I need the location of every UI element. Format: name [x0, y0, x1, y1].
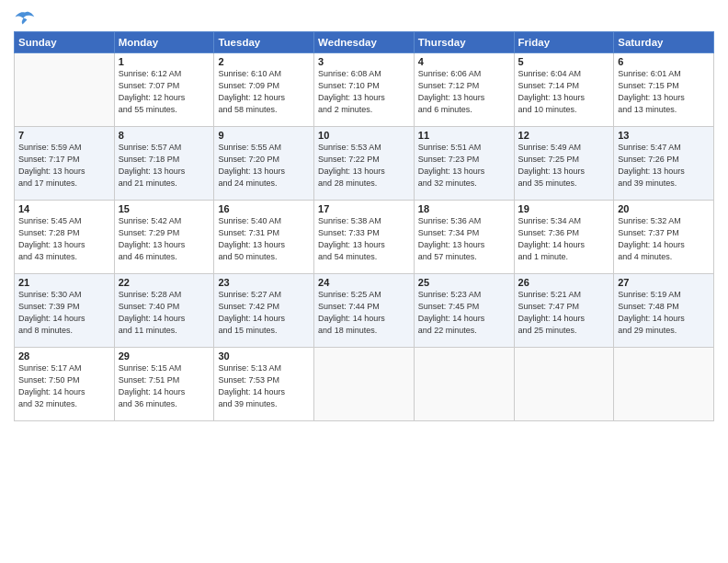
calendar-cell: 8Sunrise: 5:57 AM Sunset: 7:18 PM Daylig…: [114, 127, 214, 201]
weekday-header-wednesday: Wednesday: [314, 32, 415, 53]
day-number: 8: [119, 130, 210, 141]
calendar-week-3: 14Sunrise: 5:45 AM Sunset: 7:28 PM Dayli…: [15, 201, 714, 274]
calendar-cell: 6Sunrise: 6:01 AM Sunset: 7:15 PM Daylig…: [614, 53, 714, 127]
weekday-header-tuesday: Tuesday: [214, 32, 314, 53]
day-info: Sunrise: 5:34 AM Sunset: 7:36 PM Dayligh…: [518, 215, 610, 263]
calendar-cell: 22Sunrise: 5:28 AM Sunset: 7:40 PM Dayli…: [114, 274, 214, 348]
day-number: 11: [418, 130, 510, 141]
weekday-header-thursday: Thursday: [414, 32, 514, 53]
day-number: 18: [418, 203, 510, 214]
day-number: 20: [618, 203, 710, 214]
calendar-cell: [414, 348, 514, 421]
calendar-cell: 14Sunrise: 5:45 AM Sunset: 7:28 PM Dayli…: [15, 201, 115, 274]
day-info: Sunrise: 5:27 AM Sunset: 7:42 PM Dayligh…: [218, 289, 310, 337]
calendar-week-2: 7Sunrise: 5:59 AM Sunset: 7:17 PM Daylig…: [15, 127, 714, 201]
calendar-cell: 29Sunrise: 5:15 AM Sunset: 7:51 PM Dayli…: [114, 348, 214, 421]
calendar-cell: 13Sunrise: 5:47 AM Sunset: 7:26 PM Dayli…: [614, 127, 714, 201]
day-number: 9: [218, 130, 310, 141]
calendar-cell: 2Sunrise: 6:10 AM Sunset: 7:09 PM Daylig…: [214, 53, 314, 127]
calendar-cell: 1Sunrise: 6:12 AM Sunset: 7:07 PM Daylig…: [114, 53, 214, 127]
weekday-header-monday: Monday: [114, 32, 214, 53]
day-number: 30: [218, 350, 310, 362]
day-info: Sunrise: 5:51 AM Sunset: 7:23 PM Dayligh…: [418, 142, 510, 190]
day-info: Sunrise: 6:01 AM Sunset: 7:15 PM Dayligh…: [618, 68, 710, 116]
day-number: 14: [18, 203, 110, 214]
day-number: 17: [318, 203, 410, 214]
day-number: 22: [119, 277, 210, 288]
day-number: 27: [618, 277, 710, 288]
day-info: Sunrise: 5:30 AM Sunset: 7:39 PM Dayligh…: [18, 289, 110, 337]
day-info: Sunrise: 5:38 AM Sunset: 7:33 PM Dayligh…: [318, 215, 410, 263]
day-info: Sunrise: 6:12 AM Sunset: 7:07 PM Dayligh…: [119, 68, 210, 116]
calendar-week-5: 28Sunrise: 5:17 AM Sunset: 7:50 PM Dayli…: [15, 348, 714, 421]
calendar-cell: 30Sunrise: 5:13 AM Sunset: 7:53 PM Dayli…: [214, 348, 314, 421]
calendar-cell: 11Sunrise: 5:51 AM Sunset: 7:23 PM Dayli…: [414, 127, 514, 201]
day-number: 25: [418, 277, 510, 288]
calendar-cell: [314, 348, 415, 421]
day-number: 13: [618, 130, 710, 141]
calendar-table: SundayMondayTuesdayWednesdayThursdayFrid…: [14, 31, 714, 421]
calendar-cell: 4Sunrise: 6:06 AM Sunset: 7:12 PM Daylig…: [414, 53, 514, 127]
logo-icon: [14, 9, 36, 28]
day-info: Sunrise: 5:53 AM Sunset: 7:22 PM Dayligh…: [318, 142, 410, 190]
day-info: Sunrise: 5:32 AM Sunset: 7:37 PM Dayligh…: [618, 215, 710, 263]
day-info: Sunrise: 5:13 AM Sunset: 7:53 PM Dayligh…: [218, 362, 310, 410]
day-number: 6: [618, 56, 710, 67]
day-info: Sunrise: 5:40 AM Sunset: 7:31 PM Dayligh…: [218, 215, 310, 263]
header: [14, 9, 714, 28]
calendar-week-1: 1Sunrise: 6:12 AM Sunset: 7:07 PM Daylig…: [15, 53, 714, 127]
day-info: Sunrise: 5:25 AM Sunset: 7:44 PM Dayligh…: [318, 289, 410, 337]
day-number: 7: [18, 130, 110, 141]
calendar-week-4: 21Sunrise: 5:30 AM Sunset: 7:39 PM Dayli…: [15, 274, 714, 348]
day-info: Sunrise: 6:08 AM Sunset: 7:10 PM Dayligh…: [318, 68, 410, 116]
day-info: Sunrise: 6:10 AM Sunset: 7:09 PM Dayligh…: [218, 68, 310, 116]
calendar-cell: 27Sunrise: 5:19 AM Sunset: 7:48 PM Dayli…: [614, 274, 714, 348]
day-info: Sunrise: 5:57 AM Sunset: 7:18 PM Dayligh…: [119, 142, 210, 190]
day-info: Sunrise: 5:36 AM Sunset: 7:34 PM Dayligh…: [418, 215, 510, 263]
calendar-cell: 19Sunrise: 5:34 AM Sunset: 7:36 PM Dayli…: [514, 201, 614, 274]
calendar-cell: [614, 348, 714, 421]
day-number: 12: [518, 130, 610, 141]
day-info: Sunrise: 5:55 AM Sunset: 7:20 PM Dayligh…: [218, 142, 310, 190]
calendar-cell: 25Sunrise: 5:23 AM Sunset: 7:45 PM Dayli…: [414, 274, 514, 348]
weekday-header-saturday: Saturday: [614, 32, 714, 53]
calendar-cell: [514, 348, 614, 421]
day-info: Sunrise: 5:47 AM Sunset: 7:26 PM Dayligh…: [618, 142, 710, 190]
calendar-cell: 9Sunrise: 5:55 AM Sunset: 7:20 PM Daylig…: [214, 127, 314, 201]
calendar-cell: 21Sunrise: 5:30 AM Sunset: 7:39 PM Dayli…: [15, 274, 115, 348]
calendar-cell: 3Sunrise: 6:08 AM Sunset: 7:10 PM Daylig…: [314, 53, 415, 127]
weekday-header-sunday: Sunday: [15, 32, 115, 53]
day-info: Sunrise: 5:59 AM Sunset: 7:17 PM Dayligh…: [18, 142, 110, 190]
day-info: Sunrise: 6:06 AM Sunset: 7:12 PM Dayligh…: [418, 68, 510, 116]
calendar-cell: 10Sunrise: 5:53 AM Sunset: 7:22 PM Dayli…: [314, 127, 415, 201]
calendar-cell: 5Sunrise: 6:04 AM Sunset: 7:14 PM Daylig…: [514, 53, 614, 127]
calendar-cell: 26Sunrise: 5:21 AM Sunset: 7:47 PM Dayli…: [514, 274, 614, 348]
day-number: 19: [518, 203, 610, 214]
day-number: 5: [518, 56, 610, 67]
calendar-cell: [15, 53, 115, 127]
day-number: 16: [218, 203, 310, 214]
day-number: 15: [119, 203, 210, 214]
calendar-cell: 17Sunrise: 5:38 AM Sunset: 7:33 PM Dayli…: [314, 201, 415, 274]
day-info: Sunrise: 5:17 AM Sunset: 7:50 PM Dayligh…: [18, 362, 110, 410]
day-number: 23: [218, 277, 310, 288]
day-number: 21: [18, 277, 110, 288]
calendar-cell: 15Sunrise: 5:42 AM Sunset: 7:29 PM Dayli…: [114, 201, 214, 274]
calendar-cell: 24Sunrise: 5:25 AM Sunset: 7:44 PM Dayli…: [314, 274, 415, 348]
day-number: 10: [318, 130, 410, 141]
calendar-cell: 20Sunrise: 5:32 AM Sunset: 7:37 PM Dayli…: [614, 201, 714, 274]
calendar-cell: 18Sunrise: 5:36 AM Sunset: 7:34 PM Dayli…: [414, 201, 514, 274]
day-number: 26: [518, 277, 610, 288]
calendar-cell: 23Sunrise: 5:27 AM Sunset: 7:42 PM Dayli…: [214, 274, 314, 348]
logo: [14, 9, 38, 28]
calendar-cell: 7Sunrise: 5:59 AM Sunset: 7:17 PM Daylig…: [15, 127, 115, 201]
day-info: Sunrise: 5:45 AM Sunset: 7:28 PM Dayligh…: [18, 215, 110, 263]
day-info: Sunrise: 5:21 AM Sunset: 7:47 PM Dayligh…: [518, 289, 610, 337]
day-number: 2: [218, 56, 310, 67]
calendar-cell: 12Sunrise: 5:49 AM Sunset: 7:25 PM Dayli…: [514, 127, 614, 201]
day-info: Sunrise: 6:04 AM Sunset: 7:14 PM Dayligh…: [518, 68, 610, 116]
calendar-cell: 28Sunrise: 5:17 AM Sunset: 7:50 PM Dayli…: [15, 348, 115, 421]
day-info: Sunrise: 5:15 AM Sunset: 7:51 PM Dayligh…: [119, 362, 210, 410]
day-info: Sunrise: 5:49 AM Sunset: 7:25 PM Dayligh…: [518, 142, 610, 190]
calendar-cell: 16Sunrise: 5:40 AM Sunset: 7:31 PM Dayli…: [214, 201, 314, 274]
